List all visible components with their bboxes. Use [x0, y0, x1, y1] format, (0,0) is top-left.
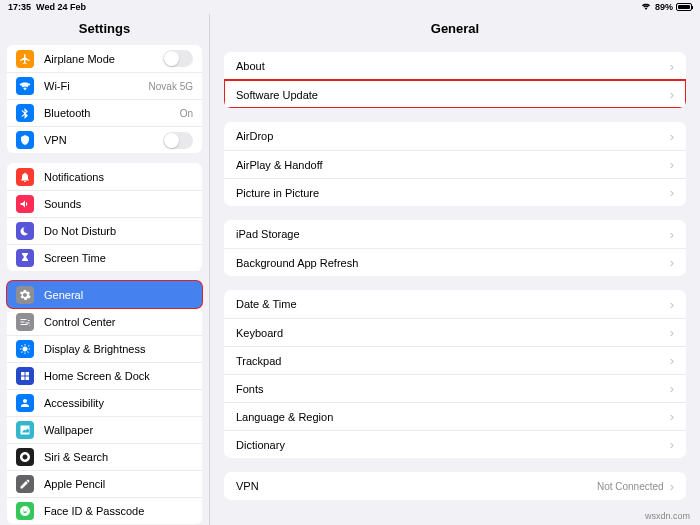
toggle[interactable]: [163, 50, 193, 67]
row-label: Notifications: [44, 171, 193, 183]
row-label: Background App Refresh: [236, 257, 670, 269]
row-label: Keyboard: [236, 327, 670, 339]
sidebar-item-airplane[interactable]: Airplane Mode: [7, 45, 202, 72]
sidebar-item-vpn[interactable]: VPN: [7, 126, 202, 153]
detail-row-trackpad[interactable]: Trackpad›: [224, 346, 686, 374]
sidebar-item-controlcenter[interactable]: Control Center: [7, 308, 202, 335]
bell-icon: [16, 168, 34, 186]
toggle[interactable]: [163, 132, 193, 149]
row-label: Apple Pencil: [44, 478, 193, 490]
row-label: VPN: [236, 480, 597, 492]
row-label: Control Center: [44, 316, 193, 328]
row-label: General: [44, 289, 193, 301]
battery-percent: 89%: [655, 2, 673, 12]
sidebar: Settings Airplane ModeWi-FiNovak 5GBluet…: [0, 14, 210, 525]
chevron-right-icon: ›: [670, 129, 674, 144]
airplane-icon: [16, 50, 34, 68]
sidebar-group-1: Airplane ModeWi-FiNovak 5GBluetoothOnVPN: [7, 45, 202, 153]
row-label: AirPlay & Handoff: [236, 159, 670, 171]
detail-row-vpn[interactable]: VPNNot Connected›: [224, 472, 686, 500]
bluetooth-icon: [16, 104, 34, 122]
chevron-right-icon: ›: [670, 59, 674, 74]
image-icon: [16, 421, 34, 439]
chevron-right-icon: ›: [670, 353, 674, 368]
sidebar-item-bluetooth[interactable]: BluetoothOn: [7, 99, 202, 126]
row-label: Home Screen & Dock: [44, 370, 193, 382]
hourglass-icon: [16, 249, 34, 267]
detail-row-pip[interactable]: Picture in Picture›: [224, 178, 686, 206]
row-label: About: [236, 60, 670, 72]
row-label: Dictionary: [236, 439, 670, 451]
detail-row-datetime[interactable]: Date & Time›: [224, 290, 686, 318]
row-label: Wi-Fi: [44, 80, 149, 92]
face-icon: [16, 502, 34, 520]
row-label: Wallpaper: [44, 424, 193, 436]
chevron-right-icon: ›: [670, 325, 674, 340]
sun-icon: [16, 340, 34, 358]
status-time: 17:35: [8, 2, 31, 12]
sidebar-item-screentime[interactable]: Screen Time: [7, 244, 202, 271]
sidebar-group-3b: Control CenterDisplay & BrightnessHome S…: [7, 308, 202, 524]
row-label: AirDrop: [236, 130, 670, 142]
wifi-icon: [640, 2, 652, 13]
detail-row-refresh[interactable]: Background App Refresh›: [224, 248, 686, 276]
chevron-right-icon: ›: [670, 157, 674, 172]
chevron-right-icon: ›: [670, 381, 674, 396]
row-label: Siri & Search: [44, 451, 193, 463]
row-label: Airplane Mode: [44, 53, 163, 65]
sidebar-item-sounds[interactable]: Sounds: [7, 190, 202, 217]
vpn-icon: [16, 131, 34, 149]
detail-row-about[interactable]: About›: [224, 52, 686, 80]
row-label: Date & Time: [236, 298, 670, 310]
row-label: Fonts: [236, 383, 670, 395]
sidebar-title: Settings: [0, 14, 209, 45]
row-value: On: [180, 108, 193, 119]
detail-row-dictionary[interactable]: Dictionary›: [224, 430, 686, 458]
sidebar-item-general[interactable]: General: [7, 281, 202, 308]
detail-row-fonts[interactable]: Fonts›: [224, 374, 686, 402]
detail-row-airdrop[interactable]: AirDrop›: [224, 122, 686, 150]
row-label: iPad Storage: [236, 228, 670, 240]
row-label: VPN: [44, 134, 163, 146]
sidebar-item-pencil[interactable]: Apple Pencil: [7, 470, 202, 497]
row-label: Sounds: [44, 198, 193, 210]
row-label: Language & Region: [236, 411, 670, 423]
detail-row-keyboard[interactable]: Keyboard›: [224, 318, 686, 346]
chevron-right-icon: ›: [670, 409, 674, 424]
row-value: Novak 5G: [149, 81, 193, 92]
row-label: Software Update: [236, 89, 670, 101]
gear-icon: [16, 286, 34, 304]
row-label: Face ID & Passcode: [44, 505, 193, 517]
status-bar: 17:35 Wed 24 Feb 89%: [0, 0, 700, 14]
sidebar-item-faceid[interactable]: Face ID & Passcode: [7, 497, 202, 524]
detail-row-storage[interactable]: iPad Storage›: [224, 220, 686, 248]
detail-group-2: AirDrop›AirPlay & Handoff›Picture in Pic…: [224, 122, 686, 206]
row-label: Screen Time: [44, 252, 193, 264]
row-label: Bluetooth: [44, 107, 180, 119]
chevron-right-icon: ›: [670, 185, 674, 200]
moon-icon: [16, 222, 34, 240]
detail-row-language[interactable]: Language & Region›: [224, 402, 686, 430]
sidebar-item-siri[interactable]: Siri & Search: [7, 443, 202, 470]
detail-group-1: About›Software Update›: [224, 52, 686, 108]
sidebar-item-wifi[interactable]: Wi-FiNovak 5G: [7, 72, 202, 99]
detail-group-3: iPad Storage›Background App Refresh›: [224, 220, 686, 276]
pencil-icon: [16, 475, 34, 493]
detail-row-softwareupdate[interactable]: Software Update›: [224, 80, 686, 108]
chevron-right-icon: ›: [670, 87, 674, 102]
detail-group-4: Date & Time›Keyboard›Trackpad›Fonts›Lang…: [224, 290, 686, 458]
sidebar-item-accessibility[interactable]: Accessibility: [7, 389, 202, 416]
sidebar-item-wallpaper[interactable]: Wallpaper: [7, 416, 202, 443]
detail-panel: General About›Software Update› AirDrop›A…: [210, 14, 700, 525]
person-icon: [16, 394, 34, 412]
sidebar-item-dnd[interactable]: Do Not Disturb: [7, 217, 202, 244]
sidebar-item-homescreen[interactable]: Home Screen & Dock: [7, 362, 202, 389]
row-label: Picture in Picture: [236, 187, 670, 199]
row-label: Do Not Disturb: [44, 225, 193, 237]
watermark: wsxdn.com: [645, 511, 690, 521]
sidebar-item-display[interactable]: Display & Brightness: [7, 335, 202, 362]
sidebar-item-notifications[interactable]: Notifications: [7, 163, 202, 190]
detail-row-airplay[interactable]: AirPlay & Handoff›: [224, 150, 686, 178]
battery-icon: [676, 3, 692, 11]
grid-icon: [16, 367, 34, 385]
